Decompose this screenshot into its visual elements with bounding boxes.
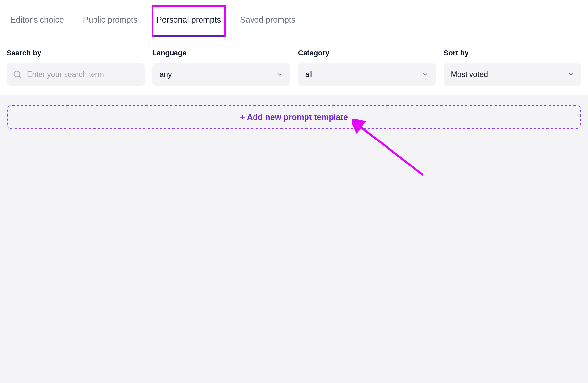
chevron-down-icon — [422, 71, 429, 78]
category-select[interactable]: all — [298, 63, 436, 86]
search-input[interactable] — [27, 70, 138, 79]
tab-label: Personal prompts — [156, 15, 221, 24]
content-area: + Add new prompt template — [0, 95, 588, 383]
tab-personal-prompts[interactable]: Personal prompts — [156, 9, 221, 35]
svg-line-3 — [358, 125, 423, 175]
add-template-label: + Add new prompt template — [240, 113, 348, 122]
chevron-down-icon — [276, 71, 283, 78]
add-template-button[interactable]: + Add new prompt template — [7, 105, 581, 129]
filter-label: Language — [152, 49, 290, 57]
search-input-wrap[interactable] — [7, 63, 145, 86]
select-value: any — [160, 70, 172, 79]
tab-saved-prompts[interactable]: Saved prompts — [240, 9, 295, 35]
select-value: Most voted — [451, 70, 488, 79]
tab-bar: Editor's choice Public prompts Personal … — [0, 0, 588, 36]
filter-category: Category all — [298, 49, 436, 86]
tab-label: Editor's choice — [11, 15, 64, 24]
filter-sort: Sort by Most voted — [444, 49, 582, 86]
select-value: all — [305, 70, 313, 79]
tab-editors-choice[interactable]: Editor's choice — [11, 9, 64, 35]
svg-line-1 — [19, 76, 21, 78]
filter-label: Search by — [7, 49, 145, 57]
language-select[interactable]: any — [152, 63, 290, 86]
sort-select[interactable]: Most voted — [444, 63, 582, 86]
filter-label: Category — [298, 49, 436, 57]
tab-public-prompts[interactable]: Public prompts — [83, 9, 137, 35]
tab-label: Public prompts — [83, 15, 137, 24]
filter-search: Search by — [7, 49, 145, 86]
tab-label: Saved prompts — [240, 15, 295, 24]
filter-language: Language any — [152, 49, 290, 86]
filter-bar: Search by Language any Category all — [0, 36, 588, 95]
chevron-down-icon — [568, 71, 574, 78]
filter-label: Sort by — [444, 49, 582, 57]
search-icon — [13, 70, 22, 79]
